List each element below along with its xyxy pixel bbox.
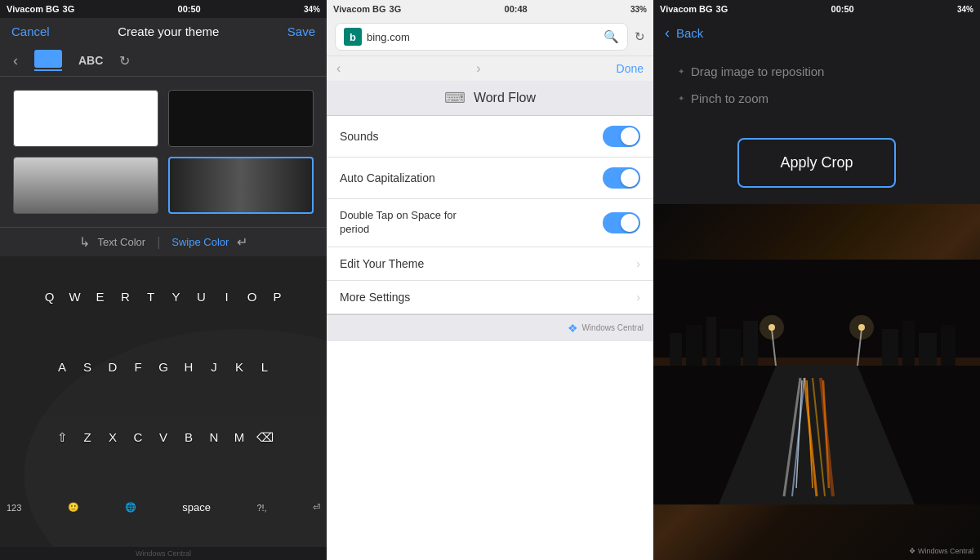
status-right-p3: 34%	[957, 5, 973, 14]
settings-footer: ❖ Windows Central	[327, 314, 653, 341]
abc-button[interactable]: ABC	[78, 54, 103, 67]
done-button[interactable]: Done	[617, 62, 644, 75]
key-return[interactable]: ⏎	[313, 502, 320, 513]
keyboard-preview: Q W E R T Y U I O P A S D F G H J K L ⇧ …	[0, 256, 327, 547]
p1-watermark: Windows Central	[0, 547, 327, 560]
photo-preview[interactable]: ❖ Windows Central	[653, 204, 980, 560]
time-p2: 00:48	[505, 4, 528, 14]
key-z[interactable]: Z	[77, 430, 98, 445]
url-bar[interactable]: b bing.com 🔍	[335, 23, 628, 51]
swatch-grid	[0, 77, 327, 227]
key-f[interactable]: F	[127, 360, 149, 374]
key-123[interactable]: 123	[7, 503, 21, 513]
key-h[interactable]: H	[178, 360, 199, 374]
key-space[interactable]: space	[182, 501, 211, 513]
key-j[interactable]: J	[203, 360, 225, 374]
key-a[interactable]: A	[51, 360, 73, 374]
key-k[interactable]: K	[229, 360, 250, 374]
carrier-p1: Vivacom BG	[7, 4, 60, 14]
key-punctuation[interactable]: ?!,	[256, 503, 266, 513]
time-p1: 00:50	[178, 4, 201, 14]
windows-central-logo: ❖ Windows Central	[568, 322, 644, 335]
more-settings-chevron-icon: ›	[636, 291, 640, 304]
key-v[interactable]: V	[153, 430, 174, 445]
save-button[interactable]: Save	[287, 24, 315, 38]
back-chevron-icon[interactable]: ‹	[665, 24, 670, 42]
status-bar-p2: Vivacom BG 3G 00:48 33%	[327, 0, 653, 18]
key-m[interactable]: M	[229, 430, 250, 445]
key-t[interactable]: T	[140, 290, 162, 304]
key-y[interactable]: Y	[166, 290, 187, 304]
keyboard-row-3: ⇧ Z X C V B N M ⌫	[2, 430, 325, 445]
refresh-icon[interactable]: ↻	[119, 53, 130, 69]
key-c[interactable]: C	[127, 430, 149, 445]
keyboard-view-button[interactable]	[34, 50, 62, 71]
key-b[interactable]: B	[178, 430, 199, 445]
crop-instructions: ✦ Drag image to reposition ✦ Pinch to zo…	[653, 48, 980, 122]
text-color-icon: ↳	[79, 234, 90, 250]
windows-icon-p3: ❖	[909, 547, 915, 555]
double-tap-label: Double Tap on Space forperiod	[340, 209, 457, 237]
road-photo-svg	[653, 204, 980, 560]
battery-p1: 34%	[304, 5, 320, 14]
autocap-toggle[interactable]	[603, 167, 640, 189]
carrier-p3: Vivacom BG	[660, 4, 713, 14]
key-e[interactable]: E	[90, 290, 111, 304]
keyboard-row-2: A S D F G H J K L	[2, 360, 325, 374]
key-shift[interactable]: ⇧	[51, 430, 73, 445]
svg-rect-6	[743, 321, 758, 366]
color-options-bar: ↳ Text Color | Swipe Color ↵	[0, 227, 327, 256]
url-text[interactable]: bing.com	[367, 31, 599, 43]
gray-swatch[interactable]	[13, 157, 158, 214]
key-x[interactable]: X	[102, 430, 123, 445]
key-o[interactable]: O	[242, 290, 263, 304]
forward-arrow-button[interactable]: ›	[476, 61, 480, 76]
black-swatch[interactable]	[168, 90, 314, 147]
search-icon[interactable]: 🔍	[604, 29, 619, 44]
key-q[interactable]: Q	[39, 290, 60, 304]
key-globe[interactable]: 🌐	[125, 502, 136, 513]
apply-crop-button[interactable]: Apply Crop	[737, 138, 895, 188]
key-n[interactable]: N	[203, 430, 225, 445]
dark-gradient-swatch-selected[interactable]	[168, 157, 314, 214]
key-s[interactable]: S	[77, 360, 98, 374]
key-u[interactable]: U	[191, 290, 212, 304]
key-p[interactable]: P	[267, 290, 288, 304]
edit-theme-chevron-icon: ›	[636, 257, 640, 270]
text-color-label[interactable]: Text Color	[98, 236, 146, 248]
key-l[interactable]: L	[254, 360, 275, 374]
cancel-button[interactable]: Cancel	[11, 24, 50, 38]
settings-row-more-settings[interactable]: More Settings ›	[327, 281, 653, 314]
back-arrow-icon[interactable]: ‹	[13, 52, 18, 69]
key-w[interactable]: W	[65, 290, 86, 304]
svg-rect-7	[882, 329, 898, 366]
p1-nav: Cancel Create your theme Save	[0, 18, 327, 45]
url-bar-wrapper: b bing.com 🔍 ↻	[327, 18, 653, 56]
sounds-toggle[interactable]	[603, 126, 640, 147]
white-swatch[interactable]	[13, 90, 158, 147]
drag-instruction-text: Drag image to reposition	[691, 64, 824, 78]
key-backspace[interactable]: ⌫	[254, 430, 275, 445]
battery-p2: 33%	[630, 5, 647, 14]
key-i[interactable]: I	[216, 290, 238, 304]
back-arrow-button[interactable]: ‹	[336, 61, 341, 76]
key-g[interactable]: G	[153, 360, 174, 374]
key-r[interactable]: R	[115, 290, 136, 304]
double-tap-toggle[interactable]	[603, 212, 640, 233]
back-button[interactable]: Back	[676, 26, 703, 40]
toolbar-underline	[34, 69, 62, 71]
svg-rect-10	[941, 325, 956, 366]
svg-rect-9	[919, 333, 937, 366]
settings-row-edit-theme[interactable]: Edit Your Theme ›	[327, 247, 653, 281]
p3-watermark: ❖ Windows Central	[909, 547, 973, 555]
carrier-p2: Vivacom BG	[333, 4, 386, 14]
status-bar-p1: Vivacom BG 3G 00:50 34%	[0, 0, 327, 18]
swipe-color-label[interactable]: Swipe Color	[172, 236, 229, 248]
sounds-label: Sounds	[340, 130, 378, 143]
status-right-p1: 34%	[304, 5, 320, 14]
key-emoji[interactable]: 🙂	[68, 502, 79, 513]
reload-icon[interactable]: ↻	[635, 29, 645, 44]
p1-nav-title: Create your theme	[118, 24, 219, 38]
key-d[interactable]: D	[102, 360, 123, 374]
svg-rect-5	[720, 329, 741, 366]
